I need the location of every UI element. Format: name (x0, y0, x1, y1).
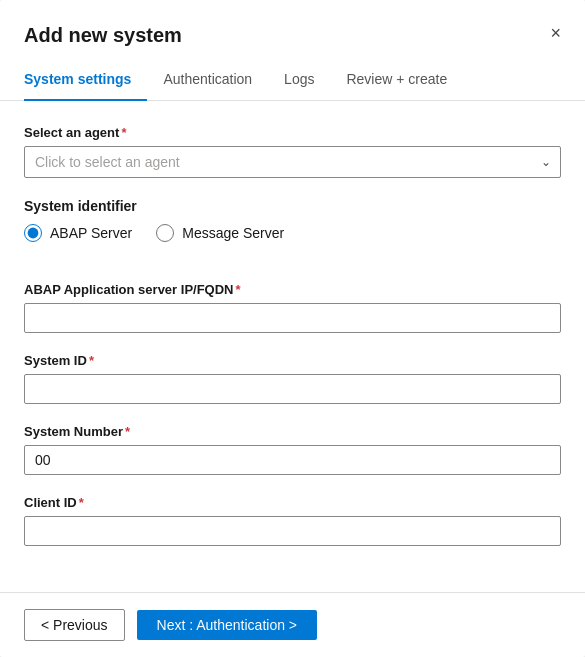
previous-button[interactable]: < Previous (24, 609, 125, 641)
tab-bar: System settings Authentication Logs Revi… (0, 47, 585, 101)
agent-select-group: Select an agent* Click to select an agen… (24, 125, 561, 178)
tab-review-create[interactable]: Review + create (346, 63, 463, 101)
abap-ip-label: ABAP Application server IP/FQDN* (24, 282, 561, 297)
agent-label: Select an agent* (24, 125, 561, 140)
client-id-group: Client ID* (24, 495, 561, 546)
system-number-input[interactable] (24, 445, 561, 475)
client-id-label: Client ID* (24, 495, 561, 510)
agent-select-wrapper: Click to select an agent ⌄ (24, 146, 561, 178)
system-number-group: System Number* (24, 424, 561, 475)
add-new-system-modal: Add new system × System settings Authent… (0, 0, 585, 657)
radio-message-input[interactable] (156, 224, 174, 242)
radio-abap-input[interactable] (24, 224, 42, 242)
system-number-label: System Number* (24, 424, 561, 439)
modal-header: Add new system × (0, 0, 585, 47)
modal-footer: < Previous Next : Authentication > (0, 592, 585, 657)
modal-title: Add new system (24, 24, 182, 47)
system-identifier-radio-group: ABAP Server Message Server (24, 224, 561, 242)
abap-ip-group: ABAP Application server IP/FQDN* (24, 282, 561, 333)
close-button[interactable]: × (550, 24, 561, 42)
tab-logs[interactable]: Logs (284, 63, 330, 101)
client-id-input[interactable] (24, 516, 561, 546)
system-identifier-label: System identifier (24, 198, 561, 214)
tab-system-settings[interactable]: System settings (24, 63, 147, 101)
system-id-group: System ID* (24, 353, 561, 404)
tab-authentication[interactable]: Authentication (163, 63, 268, 101)
system-id-input[interactable] (24, 374, 561, 404)
radio-abap-server[interactable]: ABAP Server (24, 224, 132, 242)
agent-select[interactable]: Click to select an agent (24, 146, 561, 178)
radio-message-label: Message Server (182, 225, 284, 241)
system-id-label: System ID* (24, 353, 561, 368)
abap-ip-input[interactable] (24, 303, 561, 333)
next-button[interactable]: Next : Authentication > (137, 610, 317, 640)
system-identifier-group: System identifier ABAP Server Message Se… (24, 198, 561, 262)
radio-abap-label: ABAP Server (50, 225, 132, 241)
modal-body: Select an agent* Click to select an agen… (0, 101, 585, 592)
radio-message-server[interactable]: Message Server (156, 224, 284, 242)
